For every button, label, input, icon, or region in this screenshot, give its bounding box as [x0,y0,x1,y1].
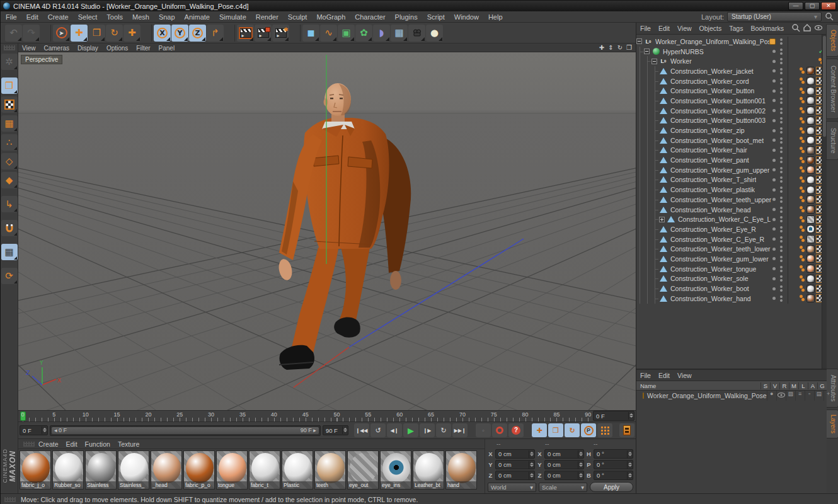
enable-toggle[interactable] [772,109,776,112]
tree-item[interactable]: Construction_Worker_boot_met [636,135,827,146]
worker-3d-model[interactable]: Y X Z [18,52,636,410]
material-thumbnail[interactable] [806,117,815,125]
material-thumbnail[interactable] [806,186,815,194]
tree-item[interactable]: Construction_Worker_sole [636,274,827,284]
material-thumbnail[interactable] [806,275,815,283]
layer-row-toggle-v[interactable] [776,391,786,401]
add-modeling-object-icon[interactable]: ✿ [355,25,372,42]
visibility-toggles[interactable] [780,266,783,272]
selection-tag-icons[interactable] [800,166,805,173]
tree-item[interactable]: Construction_Worker_C_Eye_L [636,214,827,224]
material-eye_ins[interactable]: eye_ins [380,450,411,490]
viewport-3d-view[interactable]: Y X Z Perspective [18,52,636,410]
material-fabric_p_o[interactable]: fabric_p_o [183,450,215,490]
menu-filter[interactable]: Filter [136,45,150,52]
enable-toggle[interactable] [772,50,776,53]
selection-tag-icons[interactable] [800,97,805,104]
end-frame-spinner[interactable]: 90 F [323,425,348,435]
selection-tag-icons[interactable] [800,255,805,262]
menu-texture[interactable]: Texture [118,440,139,448]
enable-toggle[interactable] [772,287,776,290]
material-thumbnail[interactable] [806,176,815,184]
add-generator-icon[interactable]: ▣ [338,25,355,42]
coordinate-field-b-rot[interactable]: 0 ° [594,471,633,480]
selection-tag-icons[interactable] [800,67,805,74]
jump-start-icon[interactable]: ❙◀◀ [354,423,369,437]
selection-tag-icons[interactable] [800,226,805,232]
key-scale-icon[interactable]: ❒ [548,423,563,437]
close-button[interactable]: ✕ [821,2,836,10]
polygons-mode-icon[interactable]: ◆ [1,172,18,188]
layer-color-chip[interactable] [643,392,644,399]
zoom-view-icon[interactable]: ⇕ [608,44,613,51]
enable-toggle[interactable] [772,168,776,171]
frame-back-icon[interactable]: ◀❙ [387,423,402,437]
selection-tag-icons[interactable] [800,275,805,282]
material-thumbnail[interactable] [806,156,815,164]
visibility-toggles[interactable] [780,236,783,243]
tree-item[interactable]: Construction_Worker_zip [636,125,827,135]
tree-item[interactable]: Construction_Worker_button002 [636,106,827,116]
material-thumbnail[interactable] [806,255,815,263]
material-thumbnail[interactable] [806,136,815,144]
tree-item[interactable]: Construction_Worker_teeth_upper [636,195,827,205]
menu-cameras[interactable]: Cameras [44,45,70,52]
home-icon[interactable] [803,23,812,33]
menu-file[interactable]: File [6,13,17,21]
material-tongue[interactable]: tongue [216,450,248,490]
add-primitive-icon[interactable]: ◼ [302,25,319,42]
coordinate-field-z-pos[interactable]: 0 cm [495,471,535,480]
tree-item[interactable]: Construction_Worker_plastik [636,185,827,195]
menu-plugins[interactable]: Plugins [395,13,418,21]
selection-tag-icons[interactable] [800,147,805,154]
enable-toggle[interactable] [772,227,776,231]
ruler-frame-spinner[interactable]: 0 F [593,411,634,421]
enable-toggle[interactable] [772,198,776,201]
coordinate-field-x-pos[interactable]: 0 cm [495,449,535,459]
menu-panel[interactable]: Panel [159,45,175,52]
tab-attributes[interactable]: Attributes [826,369,838,408]
tree-item[interactable]: L0Worker_Orange_Uniform_Walking_Pose [636,37,827,47]
enable-toggle[interactable] [772,139,776,142]
enable-toggle[interactable] [772,267,776,270]
selection-tag-icons[interactable] [800,88,805,94]
add-spline-icon[interactable]: ∿ [320,25,337,42]
visibility-toggles[interactable] [780,108,783,114]
material-thumbnail[interactable] [806,265,815,273]
last-tool-icon[interactable]: ✚ [123,25,141,42]
menu-view[interactable]: View [677,372,692,379]
snap-magnet-icon[interactable] [1,220,18,236]
visibility-toggles[interactable] [780,256,783,262]
material-head[interactable]: _head [151,450,182,490]
enable-toggle[interactable] [772,99,776,102]
pan-view-icon[interactable]: ✚ [599,44,604,51]
menu-create[interactable]: Create [48,13,69,21]
selection-tag-icons[interactable] [800,206,805,213]
selection-tag-icons[interactable] [800,176,805,183]
enable-toggle[interactable] [772,257,776,260]
menu-view[interactable]: View [677,25,692,32]
visibility-toggles[interactable] [780,117,783,123]
tab-layers[interactable]: Layers [826,410,838,438]
menu-function[interactable]: Function [85,440,110,448]
coordinate-field-y-pos[interactable]: 0 cm [495,460,535,469]
texture-mode-icon[interactable] [1,96,18,113]
key-parameter-icon[interactable]: P [581,423,596,437]
menu-character[interactable]: Character [355,13,385,21]
enable-toggle[interactable] [772,89,776,93]
play-reverse-icon[interactable]: ↺ [370,423,386,437]
material-stainless[interactable]: Stainless [85,450,117,490]
coordinate-field-z-scale[interactable]: 0 cm [544,471,584,480]
minimize-button[interactable]: — [788,2,803,10]
material-thumbnail[interactable] [806,215,815,224]
selection-tag-icons[interactable] [800,157,805,164]
material-thumbnail[interactable] [806,106,815,115]
menu-snap[interactable]: Snap [159,13,175,21]
visibility-toggles[interactable] [780,226,783,232]
material-eye_out[interactable]: eye_out [347,450,379,490]
menu-tools[interactable]: Tools [106,13,123,21]
visibility-toggles[interactable] [780,137,783,144]
menu-tags[interactable]: Tags [729,25,743,32]
selection-tag-icons[interactable] [800,107,805,114]
timeline-ruler[interactable]: 051015202530354045505560657075808590 0 F [18,410,636,421]
